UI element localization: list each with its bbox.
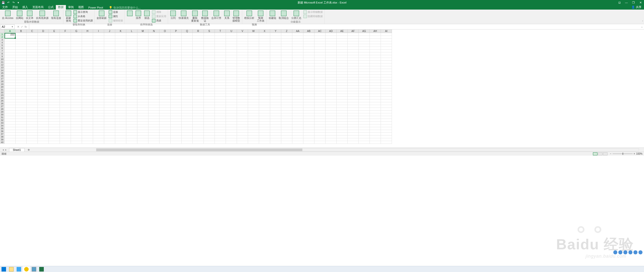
cell-AI37[interactable] [381,133,392,135]
cell-W12[interactable] [248,63,259,66]
cell-D39[interactable] [38,138,49,141]
cell-O13[interactable] [159,66,171,69]
cell-AI12[interactable] [381,63,392,66]
cell-N32[interactable] [148,119,159,122]
cell-I27[interactable] [93,105,104,108]
cell-Y16[interactable] [270,75,281,77]
cell-Z17[interactable] [281,77,292,80]
cell-AG2[interactable] [359,36,370,39]
cell-B16[interactable] [16,75,27,77]
cell-G28[interactable] [71,108,82,111]
cell-Y10[interactable] [270,58,281,61]
cell-U33[interactable] [226,122,237,124]
cell-AG34[interactable] [359,124,370,127]
cell-AA15[interactable] [292,72,303,75]
cell-H18[interactable] [82,80,93,83]
cell-F18[interactable] [60,80,71,83]
cell-C37[interactable] [27,133,38,135]
row-header-40[interactable]: 40 [0,141,4,144]
cell-B37[interactable] [16,133,27,135]
cell-AA12[interactable] [292,63,303,66]
cell-V7[interactable] [237,50,248,52]
cell-R15[interactable] [193,72,204,75]
cell-L36[interactable] [126,130,137,133]
cell-Z33[interactable] [281,122,292,124]
row-header-10[interactable]: 10 [0,58,4,61]
col-header-W[interactable]: W [248,29,259,33]
cell-B15[interactable] [16,72,27,75]
cell-F5[interactable] [60,44,71,47]
cell-E26[interactable] [49,102,60,105]
cell-G4[interactable] [71,41,82,44]
spreadsheet-grid[interactable]: ABCDEFGHIJKLMNOPQRSTUVWXYZAAABACADAEAFAG… [0,29,644,148]
cell-D33[interactable] [38,122,49,124]
cell-M17[interactable] [137,77,148,80]
cell-AG5[interactable] [359,44,370,47]
cell-B33[interactable] [16,122,27,124]
cell-N25[interactable] [148,99,159,102]
cell-X18[interactable] [259,80,270,83]
cell-S19[interactable] [204,83,215,86]
cell-AA3[interactable] [292,39,303,41]
cell-F13[interactable] [60,66,71,69]
cell-H13[interactable] [82,66,93,69]
cell-B36[interactable] [16,130,27,133]
cell-K31[interactable] [115,116,126,119]
cell-H36[interactable] [82,130,93,133]
cell-C15[interactable] [27,72,38,75]
connections-button[interactable]: 连接 [108,10,124,14]
cell-O23[interactable] [159,94,171,97]
tell-me-search[interactable]: 💡 告诉我您想要做什么... [105,6,141,10]
cell-S21[interactable] [204,88,215,91]
horizontal-scrollbar[interactable] [96,148,639,151]
cell-D13[interactable] [38,66,49,69]
cell-S20[interactable] [204,86,215,88]
cell-AD34[interactable] [326,124,337,127]
cell-X24[interactable] [259,97,270,99]
cell-K34[interactable] [115,124,126,127]
cell-N2[interactable] [148,36,159,39]
cell-E8[interactable] [49,52,60,55]
cell-P36[interactable] [171,130,182,133]
cell-AB28[interactable] [303,108,314,111]
cell-T37[interactable] [215,133,226,135]
cell-T25[interactable] [215,99,226,102]
cell-M14[interactable] [137,69,148,72]
cell-AH26[interactable] [370,102,381,105]
cell-O20[interactable] [159,86,171,88]
cell-P6[interactable] [171,47,182,50]
cell-T24[interactable] [215,97,226,99]
cell-G13[interactable] [71,66,82,69]
cell-AF12[interactable] [348,63,359,66]
cell-O40[interactable] [159,141,171,144]
cell-AC31[interactable] [314,116,326,119]
cell-F12[interactable] [60,63,71,66]
cell-L16[interactable] [126,75,137,77]
add-sheet-button[interactable]: ⊕ [27,148,31,151]
cancel-formula-icon[interactable]: ✕ [17,25,19,28]
cell-O3[interactable] [159,39,171,41]
row-header-25[interactable]: 25 [0,99,4,102]
cell-C7[interactable] [27,50,38,52]
cell-B20[interactable] [16,86,27,88]
cell-AI17[interactable] [381,77,392,80]
cell-V32[interactable] [237,119,248,122]
cell-AB35[interactable] [303,127,314,130]
cell-X3[interactable] [259,39,270,41]
cell-T35[interactable] [215,127,226,130]
cell-V31[interactable] [237,116,248,119]
from-web-button[interactable]: 自网站 [15,10,24,20]
cell-X22[interactable] [259,91,270,94]
cell-Q13[interactable] [182,66,193,69]
cell-W34[interactable] [248,124,259,127]
cell-AI3[interactable] [381,39,392,41]
col-header-Z[interactable]: Z [281,29,292,33]
col-header-U[interactable]: U [226,29,237,33]
cell-W33[interactable] [248,122,259,124]
cell-AH4[interactable] [370,41,381,44]
cell-S6[interactable] [204,47,215,50]
cell-T18[interactable] [215,80,226,83]
cell-S32[interactable] [204,119,215,122]
cell-AD6[interactable] [326,47,337,50]
cell-AD13[interactable] [326,66,337,69]
